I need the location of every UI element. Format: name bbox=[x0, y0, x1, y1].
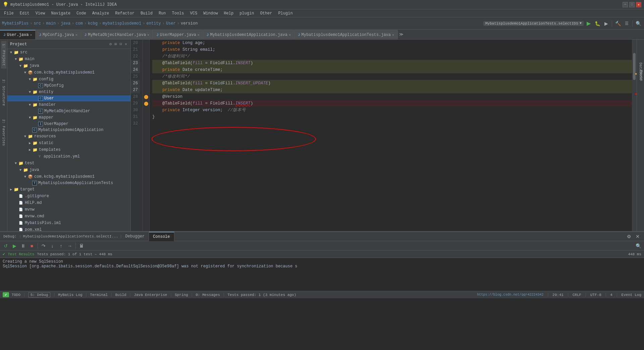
tab-mpconfig[interactable]: J MpConfig.java ✕ bbox=[36, 30, 81, 39]
menu-item-help[interactable]: Help bbox=[221, 10, 236, 16]
tab-close-mapper[interactable]: ✕ bbox=[198, 33, 200, 37]
restart-debug-button[interactable]: ↺ bbox=[2, 242, 9, 250]
tree-item-helpmd[interactable]: ▶ 📄 HELP.md bbox=[7, 200, 130, 206]
status-crlf[interactable]: CRLF bbox=[573, 293, 581, 297]
menu-item-run[interactable]: Run bbox=[156, 10, 169, 16]
run-to-cursor-button[interactable]: → bbox=[66, 242, 73, 250]
close-button[interactable]: ✕ bbox=[636, 2, 641, 7]
menu-item-vcs[interactable]: VCS bbox=[187, 10, 200, 16]
maven-toggle[interactable]: Maven bbox=[639, 67, 644, 84]
status-terminal[interactable]: Terminal bbox=[90, 293, 108, 297]
tab-applicationtests[interactable]: J Mybatisplusdemo1ApplicationTests.java … bbox=[294, 30, 398, 39]
step-into-button[interactable]: ↓ bbox=[49, 242, 56, 250]
run-config-selector[interactable]: Mybatisplusdemo1ApplicationTests.selectI… bbox=[483, 21, 584, 26]
run-with-coverage-button[interactable]: ▶ bbox=[602, 20, 610, 27]
title-bar-controls[interactable]: ─ □ ✕ bbox=[623, 2, 641, 7]
menu-item-view[interactable]: View bbox=[33, 10, 48, 16]
status-debug-badge[interactable]: 5: Debug bbox=[28, 292, 51, 298]
tree-item-static[interactable]: ▶ 📁 static bbox=[7, 140, 130, 146]
tree-item-pom[interactable]: ▶ 📄 pom.xml bbox=[7, 226, 130, 231]
tree-item-mvnwcmd[interactable]: ▶ 📄 mvnw.cmd bbox=[7, 213, 130, 220]
tree-item-app[interactable]: ▶ C Mybatisplusdemo1Application bbox=[7, 127, 130, 133]
tree-item-package[interactable]: ▼ 📦 com.kcbg.mybatisplusdemo1 bbox=[7, 69, 130, 76]
tab-user-java[interactable]: J User.java ✕ bbox=[0, 30, 36, 39]
menu-item-analyze[interactable]: Analyze bbox=[90, 10, 112, 16]
breadcrumb-user[interactable]: User bbox=[166, 21, 176, 26]
menu-item-build[interactable]: Build bbox=[138, 10, 155, 16]
tree-item-src[interactable]: ▼ 📁 src bbox=[7, 49, 130, 56]
debug-button[interactable]: 🐛 bbox=[594, 20, 601, 27]
tree-item-mpconfig[interactable]: ▶ C MpConfig bbox=[7, 83, 130, 89]
tree-item-iml[interactable]: ▶ 📄 MybatisPlus.iml bbox=[7, 220, 130, 226]
breadcrumb-main[interactable]: main bbox=[46, 21, 56, 26]
menu-item-plugin[interactable]: plugin bbox=[237, 10, 257, 16]
tab-debugger[interactable]: Debugger bbox=[121, 232, 149, 241]
status-todo[interactable]: TODO bbox=[12, 293, 20, 297]
tree-item-mvnw[interactable]: ▶ 📄 mvnw bbox=[7, 206, 130, 213]
gutter-28[interactable]: ⬤ bbox=[143, 93, 149, 100]
menu-item-window[interactable]: Window bbox=[201, 10, 220, 16]
status-build[interactable]: Build bbox=[115, 293, 126, 297]
evaluate-button[interactable]: 🖩 bbox=[78, 242, 85, 250]
menu-item-tools[interactable]: Tools bbox=[169, 10, 187, 16]
breadcrumb-java[interactable]: java bbox=[61, 21, 70, 26]
tree-item-user[interactable]: ▶ C User bbox=[7, 95, 130, 101]
tab-usermapper[interactable]: J UserMapper.java ✕ bbox=[153, 30, 203, 39]
code-editor[interactable]: 20 21 22 23 24 25 26 27 28 29 30 31 32 bbox=[131, 40, 637, 231]
tree-item-handler[interactable]: ▼ 📁 handler bbox=[7, 101, 130, 108]
code-lines-container[interactable]: private Long age; private String email; … bbox=[150, 40, 632, 231]
tree-item-usermapper[interactable]: ▶ I UserMapper bbox=[7, 121, 130, 127]
tree-item-gitignore[interactable]: ▶ 📄 .gitignore bbox=[7, 193, 130, 200]
pause-button[interactable]: ⏸ bbox=[19, 242, 27, 250]
status-spring[interactable]: Spring bbox=[175, 293, 188, 297]
tree-item-java[interactable]: ▼ 📁 java bbox=[7, 62, 130, 69]
filter-button[interactable]: 🔍 bbox=[635, 242, 642, 250]
vscroll-bar[interactable] bbox=[632, 40, 637, 231]
resume-button[interactable]: ▶ bbox=[11, 242, 18, 250]
sidebar-gear-icon[interactable]: ⚙ bbox=[109, 41, 112, 47]
tabs-overflow-arrow[interactable]: ≫ bbox=[398, 31, 405, 38]
sidebar-collapse-icon[interactable]: ⊟ bbox=[119, 41, 123, 47]
tab-application[interactable]: J Mybatisplusdemo1Application.java ✕ bbox=[203, 30, 294, 39]
tab-mymetaobjecthandler[interactable]: J MyMetaObjectHandler.java ✕ bbox=[81, 30, 153, 39]
tab-close-app[interactable]: ✕ bbox=[289, 33, 291, 37]
run-button[interactable]: ▶ bbox=[585, 20, 592, 27]
sidebar-close-icon[interactable]: ✕ bbox=[124, 41, 128, 47]
search-everywhere-button[interactable]: 🔍 bbox=[635, 20, 642, 27]
tree-item-templates[interactable]: ▶ 📁 templates bbox=[7, 146, 130, 153]
event-log-label[interactable]: Event Log bbox=[622, 293, 641, 297]
tree-item-entity[interactable]: ▼ 📁 entity bbox=[7, 89, 130, 95]
status-java-enterprise[interactable]: Java Enterprise bbox=[134, 293, 167, 297]
bottom-close-button[interactable]: ✕ bbox=[634, 233, 641, 240]
status-url[interactable]: https://blog.csdn.net/qq=42224342 bbox=[477, 293, 543, 297]
test-results-label[interactable]: Test Results bbox=[8, 252, 34, 256]
tab-console[interactable]: Console bbox=[149, 232, 174, 241]
tab-close-tests[interactable]: ✕ bbox=[392, 33, 394, 37]
tree-item-mymetahandler[interactable]: ▶ C MyMetaObjectHandler bbox=[7, 108, 130, 114]
tree-item-apptests[interactable]: ▶ T MybatisplusdemoApplicationTests bbox=[7, 180, 130, 186]
breadcrumb-kcbg[interactable]: kcbg bbox=[88, 21, 98, 26]
vscroll-thumb[interactable] bbox=[633, 53, 636, 80]
tree-item-main[interactable]: ▼ 📁 main bbox=[7, 56, 130, 62]
tree-item-config[interactable]: ▼ 📁 config bbox=[7, 76, 130, 83]
stop-button[interactable]: ■ bbox=[28, 242, 36, 250]
tree-item-test[interactable]: ▼ 📁 test bbox=[7, 160, 130, 167]
favorites-toggle[interactable]: 2: Favorites bbox=[1, 117, 6, 148]
step-out-button[interactable]: ↑ bbox=[57, 242, 65, 250]
tab-close-mpconfig[interactable]: ✕ bbox=[75, 33, 77, 37]
menu-item-code[interactable]: Code bbox=[74, 10, 89, 16]
tree-item-test-package[interactable]: ▼ 📦 com.kcbg.mybatisplusdemo1 bbox=[7, 173, 130, 180]
breadcrumb-src[interactable]: src bbox=[34, 21, 41, 26]
gutter-29[interactable]: ⬤ bbox=[143, 100, 149, 107]
menu-item-other[interactable]: Other bbox=[257, 10, 275, 16]
menu-item-edit[interactable]: Edit bbox=[17, 10, 32, 16]
build-button[interactable]: 🔨 bbox=[614, 20, 622, 27]
sdk-button[interactable]: ☰ bbox=[623, 20, 630, 27]
structure-panel-toggle[interactable]: 2: Structure bbox=[1, 77, 6, 108]
tab-close-handler[interactable]: ✕ bbox=[147, 33, 149, 37]
tab-close-user[interactable]: ✕ bbox=[30, 33, 32, 37]
breadcrumb-entity[interactable]: entity bbox=[147, 21, 161, 26]
bottom-settings-button[interactable]: ⚙ bbox=[625, 233, 633, 240]
tree-item-resources[interactable]: ▼ 📁 resources bbox=[7, 133, 130, 140]
breadcrumb-mybatisplus[interactable]: MybatisPlus bbox=[2, 21, 29, 26]
